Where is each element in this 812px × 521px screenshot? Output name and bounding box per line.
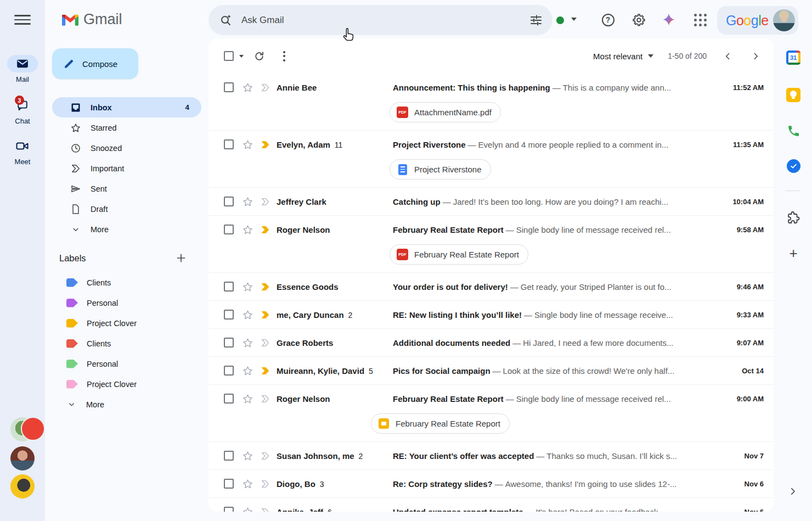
select-dropdown-icon[interactable] (239, 55, 244, 58)
keep-icon[interactable] (786, 88, 800, 102)
email-checkbox[interactable] (224, 451, 234, 461)
rail-item-chat[interactable]: 3 Chat (0, 97, 45, 125)
add-label-icon[interactable] (176, 253, 187, 264)
attachment-chip[interactable]: PDF February Real Estate Report (390, 244, 528, 265)
google-account-pill[interactable]: Google (717, 6, 798, 35)
labels-more[interactable]: More (52, 394, 201, 414)
importance-marker-icon[interactable] (259, 281, 271, 293)
email-checkbox[interactable] (224, 366, 234, 376)
importance-marker-icon[interactable] (259, 393, 271, 405)
star-icon[interactable] (241, 393, 253, 405)
more-options-icon[interactable] (274, 46, 294, 66)
email-row[interactable]: Grace Roberts Additional documents neede… (208, 329, 774, 357)
importance-marker-icon[interactable] (259, 309, 271, 321)
email-checkbox[interactable] (224, 197, 234, 206)
email-checkbox[interactable] (224, 82, 234, 92)
sidebar-label-item[interactable]: Clients (52, 272, 201, 293)
email-checkbox[interactable] (224, 310, 234, 320)
sidebar-item-snoozed[interactable]: Snoozed (52, 138, 201, 158)
search-input[interactable] (241, 15, 529, 26)
star-icon[interactable] (241, 365, 253, 377)
email-checkbox[interactable] (224, 282, 234, 292)
google-apps-grid-icon[interactable] (693, 13, 707, 27)
star-icon[interactable] (241, 309, 253, 321)
sidebar-item-more[interactable]: More (52, 219, 201, 239)
sidebar-item-starred[interactable]: Starred (52, 117, 201, 138)
older-page-icon[interactable] (749, 49, 763, 63)
help-icon[interactable]: ? (601, 13, 615, 27)
gemini-icon[interactable] (662, 13, 676, 27)
star-icon[interactable] (241, 450, 253, 462)
email-row[interactable]: Annika, Jeff 6 Updated expense report te… (208, 498, 774, 512)
importance-marker-icon[interactable] (259, 223, 271, 236)
email-checkbox[interactable] (224, 338, 234, 348)
email-row[interactable]: Roger Nelson February Real Estate Report… (208, 216, 774, 273)
select-all-checkbox[interactable] (224, 51, 234, 61)
voice-icon[interactable] (786, 124, 800, 138)
avatar-contact-3[interactable] (10, 474, 35, 498)
email-row[interactable]: Essence Goods Your order is out for deli… (208, 273, 774, 301)
importance-marker-icon[interactable] (259, 81, 271, 93)
email-row[interactable]: Jeffrey Clark Catching up—Jared! It’s be… (208, 188, 774, 216)
star-icon[interactable] (241, 81, 253, 93)
newer-page-icon[interactable] (721, 49, 735, 63)
sidebar-item-inbox[interactable]: Inbox 4 (52, 97, 201, 117)
importance-marker-icon[interactable] (259, 195, 271, 208)
email-checkbox[interactable] (224, 507, 234, 512)
sort-dropdown[interactable]: Most relevant (593, 52, 653, 61)
avatar-contact-1[interactable] (10, 417, 35, 441)
presence-dropdown-icon[interactable] (571, 18, 577, 21)
star-icon[interactable] (241, 138, 253, 150)
email-row[interactable]: Diogo, Bo 3 Re: Corp strategy slides?—Aw… (208, 470, 774, 498)
email-checkbox[interactable] (224, 394, 234, 404)
sidebar-label-item[interactable]: Personal (52, 293, 201, 313)
email-row[interactable]: Susan Johnson, me 2 RE: Your client’s of… (208, 442, 774, 470)
main-menu-icon[interactable] (14, 13, 31, 26)
importance-marker-icon[interactable] (259, 478, 271, 490)
gmail-logo[interactable]: Gmail (62, 11, 122, 28)
star-icon[interactable] (241, 281, 253, 293)
importance-marker-icon[interactable] (259, 138, 271, 150)
calendar-icon[interactable]: 31 (786, 51, 800, 65)
presence-status-dot[interactable] (556, 16, 564, 24)
tasks-icon[interactable] (786, 159, 800, 173)
email-row[interactable]: Roger Nelson February Real Estate Report… (208, 385, 774, 442)
email-checkbox[interactable] (224, 479, 234, 489)
importance-marker-icon[interactable] (259, 506, 271, 512)
hide-side-panel-icon[interactable] (788, 486, 798, 497)
settings-gear-icon[interactable] (631, 13, 646, 27)
rail-item-meet[interactable]: Meet (0, 137, 45, 166)
ask-gmail-search-icon[interactable] (219, 14, 233, 27)
email-row[interactable]: Evelyn, Adam 11 Project Riverstone—Evely… (208, 131, 774, 188)
importance-marker-icon[interactable] (259, 450, 271, 462)
add-panel-app-icon[interactable]: + (786, 246, 800, 260)
sidebar-label-item[interactable]: Project Clover (52, 374, 201, 394)
star-icon[interactable] (241, 195, 253, 208)
attachment-chip[interactable]: Project Riverstone (390, 159, 491, 180)
refresh-icon[interactable] (249, 46, 269, 66)
sidebar-label-item[interactable]: Personal (52, 354, 201, 374)
search-filters-icon[interactable] (529, 14, 543, 27)
star-icon[interactable] (241, 506, 253, 512)
search-bar[interactable] (208, 5, 552, 35)
rail-item-mail[interactable]: Mail (0, 55, 45, 83)
star-icon[interactable] (241, 223, 253, 236)
attachment-chip[interactable]: February Real Estate Report (371, 413, 510, 434)
sidebar-item-draft[interactable]: Draft (52, 199, 201, 219)
email-row[interactable]: me, Cary Duncan 2 RE: New listing I thin… (208, 301, 774, 329)
compose-button[interactable]: Compose (52, 48, 138, 79)
user-avatar[interactable] (773, 9, 795, 31)
email-checkbox[interactable] (224, 225, 234, 234)
star-icon[interactable] (241, 337, 253, 349)
sidebar-item-important[interactable]: Important (52, 158, 201, 178)
avatar-contact-2[interactable] (10, 446, 35, 470)
email-row[interactable]: Muireann, Kylie, David 5 Pics for Social… (208, 357, 774, 385)
sidebar-label-item[interactable]: Project Clover (52, 313, 201, 333)
sidebar-label-item[interactable]: Clients (52, 333, 201, 354)
importance-marker-icon[interactable] (259, 365, 271, 377)
star-icon[interactable] (241, 478, 253, 490)
importance-marker-icon[interactable] (259, 337, 271, 349)
email-checkbox[interactable] (224, 139, 234, 149)
extensions-icon[interactable] (786, 210, 800, 225)
attachment-chip[interactable]: PDF AttachmentName.pdf (390, 102, 501, 122)
